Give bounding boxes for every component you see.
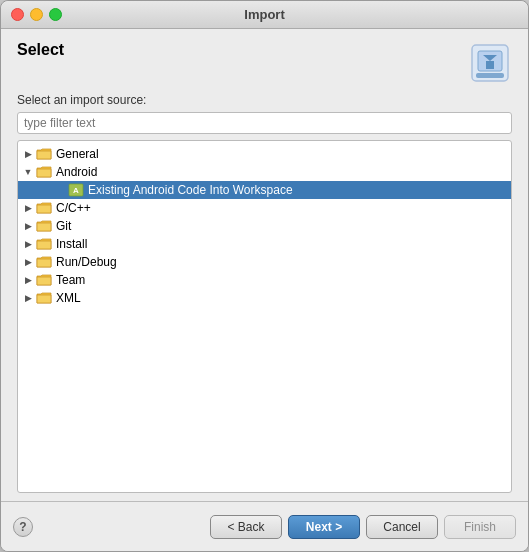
- window-title: Import: [244, 7, 284, 22]
- folder-icon: [36, 273, 52, 287]
- android-file-icon: A: [68, 183, 84, 197]
- page-header: Select: [17, 41, 512, 85]
- tree-item-label-existing: Existing Android Code Into Workspace: [88, 183, 293, 197]
- tree-item-label-install: Install: [56, 237, 87, 251]
- tree-item-label-android: Android: [56, 165, 97, 179]
- folder-icon: [36, 201, 52, 215]
- tree-item-android-existing[interactable]: A Existing Android Code Into Workspace: [18, 181, 511, 199]
- titlebar: Import: [1, 1, 528, 29]
- svg-text:A: A: [73, 186, 79, 195]
- dialog-content: Select Select an import source: ▶: [1, 29, 528, 501]
- tree-item-label-xml: XML: [56, 291, 81, 305]
- close-button[interactable]: [11, 8, 24, 21]
- tree-item-cpp[interactable]: ▶ C/C++: [18, 199, 511, 217]
- tree-item-label-team: Team: [56, 273, 85, 287]
- svg-rect-4: [476, 73, 504, 78]
- maximize-button[interactable]: [49, 8, 62, 21]
- folder-icon: [36, 165, 52, 179]
- tree-container[interactable]: ▶ General ▼ Android: [17, 140, 512, 493]
- folder-icon: [36, 219, 52, 233]
- chevron-icon: ▶: [22, 256, 34, 268]
- chevron-icon: ▶: [22, 148, 34, 160]
- tree-item-rundebug[interactable]: ▶ Run/Debug: [18, 253, 511, 271]
- chevron-icon: ▶: [22, 220, 34, 232]
- tree-item-label-general: General: [56, 147, 99, 161]
- next-button[interactable]: Next >: [288, 515, 360, 539]
- chevron-icon: ▶: [22, 238, 34, 250]
- folder-icon: [36, 147, 52, 161]
- section-label: Select an import source:: [17, 93, 512, 107]
- page-title: Select: [17, 41, 64, 59]
- tree-item-general[interactable]: ▶ General: [18, 145, 511, 163]
- folder-icon: [36, 237, 52, 251]
- tree-item-xml[interactable]: ▶ XML: [18, 289, 511, 307]
- import-icon: [468, 41, 512, 85]
- tree-item-label-cpp: C/C++: [56, 201, 91, 215]
- chevron-icon: ▶: [22, 292, 34, 304]
- titlebar-buttons: [11, 8, 62, 21]
- tree-item-label-git: Git: [56, 219, 71, 233]
- bottom-bar: ? < Back Next > Cancel Finish: [1, 501, 528, 551]
- cancel-button[interactable]: Cancel: [366, 515, 438, 539]
- finish-button[interactable]: Finish: [444, 515, 516, 539]
- svg-rect-3: [486, 61, 494, 69]
- tree-item-team[interactable]: ▶ Team: [18, 271, 511, 289]
- chevron-icon: ▼: [22, 166, 34, 178]
- filter-input[interactable]: [17, 112, 512, 134]
- tree-item-android[interactable]: ▼ Android: [18, 163, 511, 181]
- minimize-button[interactable]: [30, 8, 43, 21]
- tree-item-label-rundebug: Run/Debug: [56, 255, 117, 269]
- folder-icon: [36, 291, 52, 305]
- import-dialog: Import Select Select an import source: ▶: [0, 0, 529, 552]
- chevron-icon: ▶: [22, 274, 34, 286]
- chevron-icon: ▶: [22, 202, 34, 214]
- tree-item-install[interactable]: ▶ Install: [18, 235, 511, 253]
- chevron-spacer: [54, 184, 66, 196]
- tree-item-git[interactable]: ▶ Git: [18, 217, 511, 235]
- back-button[interactable]: < Back: [210, 515, 282, 539]
- folder-icon: [36, 255, 52, 269]
- help-button[interactable]: ?: [13, 517, 33, 537]
